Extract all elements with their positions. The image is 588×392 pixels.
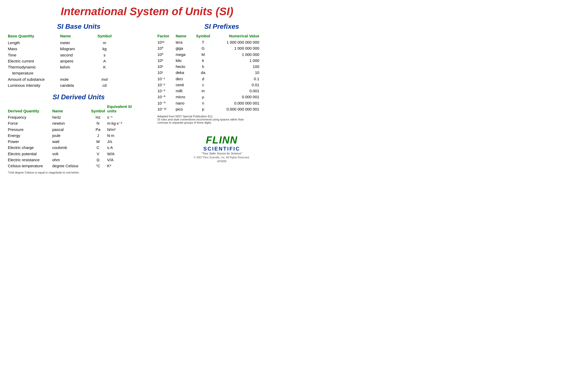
derived-row-equiv: W/A	[107, 151, 139, 157]
base-row-symbol: m	[94, 40, 115, 46]
derived-row-equiv: s⁻¹	[107, 114, 139, 120]
base-row-name: kilogram	[60, 46, 94, 52]
base-header-name: Name	[60, 34, 94, 38]
prefix-row-symbol: da	[194, 70, 212, 76]
derived-units-row: EnergyjouleJN·m	[8, 132, 149, 139]
base-header-symbol: Symbol	[94, 34, 115, 38]
right-column: SI Prefixes Factor Name Symbol Numerical…	[157, 22, 286, 163]
base-row-name: kelvin	[60, 64, 94, 76]
flinn-code: AP6899	[157, 160, 286, 163]
derived-row-quantity: Electric charge	[8, 145, 52, 151]
derived-footnote: *Unit degree Celsius is equal in magnitu…	[8, 171, 149, 174]
derived-header-symbol: Symbol	[89, 109, 107, 113]
page-title: International System of Units (SI)	[8, 5, 286, 18]
derived-header-quantity: Derived Quantity	[8, 109, 52, 113]
prefix-row-symbol: m	[194, 88, 212, 94]
base-row-name: candela	[60, 82, 94, 88]
derived-row-quantity: Frequency	[8, 114, 52, 120]
prefix-row: 10¹dekada10	[157, 70, 286, 76]
base-row-name: second	[60, 52, 94, 58]
prefix-row-factor: 10⁻²	[157, 82, 176, 88]
prefix-row-numerical: 0.01	[212, 82, 259, 88]
base-row-symbol: cd	[94, 82, 115, 88]
prefix-row-factor: 10⁹	[157, 45, 176, 51]
derived-units-title: SI Derived Units	[8, 93, 149, 101]
derived-row-symbol: °C	[89, 163, 107, 169]
derived-row-name: coulomb	[52, 145, 89, 151]
prefix-row-numerical: 0.001	[212, 88, 259, 94]
prefix-row-symbol: μ	[194, 94, 212, 100]
derived-row-name: pascal	[52, 126, 89, 132]
derived-row-name: joule	[52, 132, 89, 139]
base-row-quantity: Luminous intensity	[8, 82, 60, 88]
base-units-title: SI Base Units	[8, 22, 149, 31]
derived-row-symbol: C	[89, 145, 107, 151]
prefix-header-name: Name	[176, 34, 194, 38]
left-column: SI Base Units Base Quantity Name Symbol …	[8, 22, 149, 174]
derived-row-symbol: Pa	[89, 126, 107, 132]
derived-row-quantity: Energy	[8, 132, 52, 139]
prefix-row-name: hecto	[176, 64, 194, 70]
prefix-row-numerical: 1 000 000	[212, 51, 259, 57]
prefix-row: 10⁻¹decid0.1	[157, 76, 286, 82]
base-row-symbol: A	[94, 58, 115, 64]
derived-row-symbol: Hz	[89, 114, 107, 120]
derived-units-section: SI Derived Units Derived Quantity Name S…	[8, 93, 149, 174]
prefix-row-factor: 10⁻¹	[157, 76, 176, 82]
prefix-row: 10³kilok1 000	[157, 57, 286, 64]
prefix-row-name: deci	[176, 76, 194, 82]
prefix-row: 10⁻⁹nanon0.000 000 001	[157, 100, 286, 106]
prefix-row-name: deka	[176, 70, 194, 76]
base-row-name: mole	[60, 76, 94, 82]
prefix-row-symbol: d	[194, 76, 212, 82]
prefix-row-symbol: n	[194, 100, 212, 106]
derived-row-quantity: Power	[8, 139, 52, 145]
derived-row-quantity: Electric resistance	[8, 157, 52, 163]
derived-row-equiv: N·m	[107, 132, 139, 139]
prefix-row-numerical: 100	[212, 64, 259, 70]
base-units-row: Lengthmeterm	[8, 40, 149, 46]
prefix-row-symbol: G	[194, 45, 212, 51]
derived-row-name: volt	[52, 151, 89, 157]
derived-units-rows: FrequencyhertzHzs⁻¹ForcenewtonNm·kg·s⁻²P…	[8, 114, 149, 169]
prefix-header-symbol: Symbol	[194, 34, 212, 38]
derived-header-equiv: Equivalent SI units	[107, 104, 139, 113]
prefix-row-symbol: h	[194, 64, 212, 70]
derived-units-row: FrequencyhertzHzs⁻¹	[8, 114, 149, 120]
prefix-row-name: mega	[176, 51, 194, 57]
base-units-row: Amount of substancemolemol	[8, 76, 149, 82]
derived-row-equiv: J/s	[107, 139, 139, 145]
derived-row-equiv: K*	[107, 163, 139, 169]
derived-row-equiv: V/A	[107, 157, 139, 163]
prefix-row-factor: 10⁻⁶	[157, 94, 176, 100]
derived-row-equiv: s·A	[107, 145, 139, 151]
derived-units-row: Celsius temperaturedegree Celsius°CK*	[8, 163, 149, 169]
flinn-copyright: © 2007 Flinn Scientific, Inc. All Rights…	[157, 156, 286, 159]
derived-units-row: ForcenewtonNm·kg·s⁻²	[8, 120, 149, 126]
base-row-symbol: mol	[94, 76, 115, 82]
derived-units-row: Electric chargecoulombCs·A	[8, 145, 149, 151]
flinn-scientific: SCIENTIFIC	[157, 146, 286, 152]
prefix-footnote: Adapted from NIST Special Publication 81…	[157, 115, 246, 124]
derived-row-equiv: m·kg·s⁻²	[107, 120, 139, 126]
derived-row-quantity: Electric potential	[8, 151, 52, 157]
prefixes-title: SI Prefixes	[157, 22, 286, 31]
derived-row-name: hertz	[52, 114, 89, 120]
base-row-symbol: K	[94, 64, 115, 76]
derived-row-name: newton	[52, 120, 89, 126]
prefix-row: 10⁻⁶microμ0.000 001	[157, 94, 286, 100]
derived-units-row: Electric potentialvoltVW/A	[8, 151, 149, 157]
prefix-row-name: pico	[176, 106, 194, 112]
base-header-quantity: Base Quantity	[8, 34, 60, 38]
prefix-row-name: milli	[176, 88, 194, 94]
prefix-row-factor: 10³	[157, 57, 176, 64]
derived-row-quantity: Celsius temperature	[8, 163, 52, 169]
si-prefixes-section: SI Prefixes Factor Name Symbol Numerical…	[157, 22, 286, 112]
base-row-quantity: Electric current	[8, 58, 60, 64]
prefix-row-factor: 10⁻⁹	[157, 100, 176, 106]
prefix-row-factor: 10¹	[157, 70, 176, 76]
prefix-rows: 10¹²teraT1 000 000 000 00010⁹gigaG1 000 …	[157, 39, 286, 112]
prefix-row-numerical: 1 000	[212, 57, 259, 64]
derived-units-row: PressurepascalPaN/m²	[8, 126, 149, 132]
prefix-row-name: kilo	[176, 57, 194, 64]
